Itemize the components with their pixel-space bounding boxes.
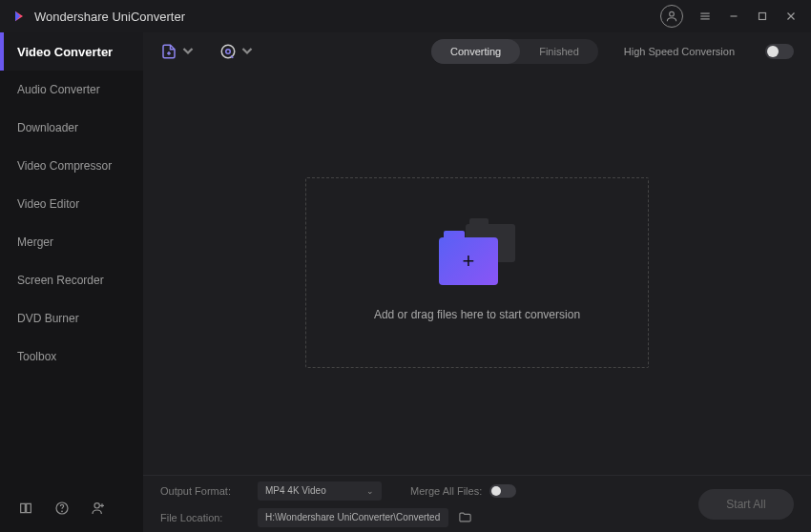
sidebar-item-video-editor[interactable]: Video Editor <box>0 185 143 223</box>
sidebar-item-screen-recorder[interactable]: Screen Recorder <box>0 261 143 299</box>
merge-label: Merge All Files: <box>410 485 482 497</box>
sidebar-bottom <box>0 484 143 532</box>
open-folder-icon[interactable] <box>458 510 473 525</box>
sidebar-item-toolbox[interactable]: Toolbox <box>0 338 143 376</box>
svg-point-11 <box>221 45 235 58</box>
sidebar-item-video-converter[interactable]: Video Converter <box>0 32 143 71</box>
drop-area: + Add or drag files here to start conver… <box>143 71 811 475</box>
user-add-icon[interactable] <box>90 500 107 517</box>
drop-zone-text: Add or drag files here to start conversi… <box>374 308 580 321</box>
menu-icon[interactable] <box>691 0 719 32</box>
svg-point-0 <box>670 11 675 16</box>
app-logo-icon <box>11 9 27 24</box>
svg-rect-5 <box>759 13 766 20</box>
output-format-label: Output Format: <box>160 485 248 497</box>
start-all-button[interactable]: Start All <box>698 489 794 520</box>
titlebar: Wondershare UniConverter <box>0 0 811 32</box>
high-speed-toggle[interactable] <box>765 44 794 59</box>
svg-point-12 <box>226 50 231 54</box>
sidebar-item-downloader[interactable]: Downloader <box>0 109 143 147</box>
svg-point-9 <box>62 511 63 512</box>
close-icon[interactable] <box>777 0 805 32</box>
account-icon[interactable] <box>660 5 683 28</box>
file-location-label: File Location: <box>160 512 248 523</box>
footer-bar: Output Format: MP4 4K Video ⌄ Merge All … <box>143 475 811 532</box>
add-folder-icon: + <box>439 224 515 285</box>
help-icon[interactable] <box>53 500 71 517</box>
file-location-input[interactable]: H:\Wondershare UniConverter\Converted <box>258 508 448 527</box>
main-panel: Converting Finished High Speed Conversio… <box>143 32 811 532</box>
sidebar-item-dvd-burner[interactable]: DVD Burner <box>0 299 143 338</box>
high-speed-label: High Speed Conversion <box>624 46 735 57</box>
chevron-down-icon: ⌄ <box>366 486 374 496</box>
sidebar-item-label: DVD Burner <box>17 312 79 325</box>
sidebar-item-label: Toolbox <box>17 350 56 363</box>
app-title: Wondershare UniConverter <box>34 10 185 24</box>
minimize-icon[interactable] <box>719 0 748 32</box>
book-icon[interactable] <box>17 500 34 517</box>
sidebar-item-label: Screen Recorder <box>17 274 104 287</box>
sidebar-item-label: Video Editor <box>17 197 79 211</box>
add-file-button[interactable] <box>160 43 197 60</box>
sidebar-item-label: Audio Converter <box>17 83 100 96</box>
tab-converting[interactable]: Converting <box>431 39 520 64</box>
sidebar-item-video-compressor[interactable]: Video Compressor <box>0 147 143 185</box>
sidebar-item-label: Video Converter <box>17 45 113 59</box>
sidebar-item-label: Video Compressor <box>17 159 112 173</box>
sidebar-item-label: Merger <box>17 235 53 249</box>
output-format-dropdown[interactable]: MP4 4K Video ⌄ <box>258 481 382 501</box>
add-from-device-button[interactable] <box>219 43 256 60</box>
svg-point-10 <box>94 503 99 508</box>
sidebar-item-label: Downloader <box>17 121 78 134</box>
merge-toggle[interactable] <box>489 484 516 498</box>
sidebar: Video Converter Audio Converter Download… <box>0 32 143 532</box>
status-tabs: Converting Finished <box>431 39 598 64</box>
toolbar: Converting Finished High Speed Conversio… <box>143 32 811 71</box>
drop-zone[interactable]: + Add or drag files here to start conver… <box>305 177 649 368</box>
maximize-icon[interactable] <box>748 0 777 32</box>
sidebar-item-audio-converter[interactable]: Audio Converter <box>0 71 143 109</box>
sidebar-item-merger[interactable]: Merger <box>0 223 143 261</box>
tab-finished[interactable]: Finished <box>520 39 598 64</box>
